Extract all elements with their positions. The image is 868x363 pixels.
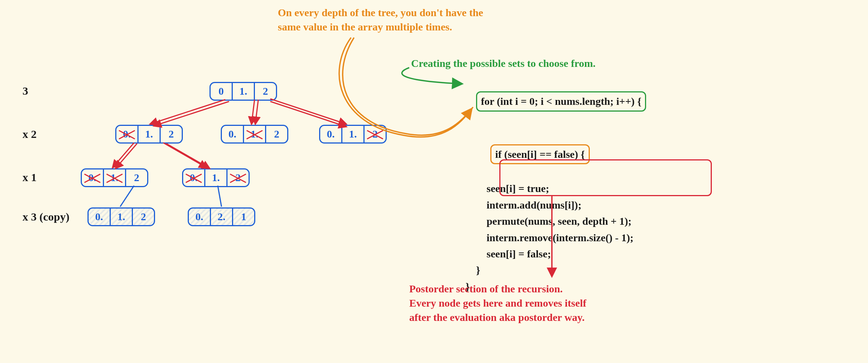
code-line-close-inner: } <box>466 262 646 278</box>
tree-r2-1: 0. 1. 2 <box>182 168 250 187</box>
cell: 0 <box>211 83 232 100</box>
cell: 0. <box>183 169 204 186</box>
cell: 0. <box>222 126 243 142</box>
annotation-orange-depth: On every depth of the tree, you don't ha… <box>278 6 616 34</box>
tree-r2-0: 0. 1. 2 <box>81 168 148 187</box>
row-label-x3-copy: x 3 (copy) <box>23 210 69 223</box>
cell: 2 <box>226 169 249 186</box>
code-line-seen-false: seen[i] = false; <box>466 246 646 262</box>
code-for-outline: for (int i = 0; i < nums.length; i++) { <box>476 91 646 111</box>
code-line-permute: permute(nums, seen, depth + 1); <box>466 213 646 229</box>
cell: 0. <box>82 169 103 186</box>
cell: 1. <box>243 126 265 142</box>
cell: 0. <box>89 209 110 225</box>
cell: 1 <box>232 209 254 225</box>
cell: 2 <box>125 169 147 186</box>
tree-r1-1: 0. 1. 2 <box>221 125 288 144</box>
row-label-x2: x 2 <box>23 128 37 141</box>
cell: 1. <box>110 209 132 225</box>
annotation-red-postorder: Postorder section of the recursion.Every… <box>409 282 717 324</box>
code-line-interm-add: interm.add(nums[i]); <box>466 197 646 213</box>
row-label-x1: x 1 <box>23 171 37 184</box>
cell: 1. <box>103 169 125 186</box>
cell: 1. <box>341 126 363 142</box>
tree-copy-1: 0. 2. 1 <box>188 207 255 226</box>
code-line-interm-rem: interm.remove(interm.size() - 1); <box>466 230 646 246</box>
annotation-green-sets: Creating the possible sets to choose fro… <box>411 56 595 71</box>
cell: 0. <box>116 126 137 142</box>
cell: 0. <box>320 126 341 142</box>
cell: 2. <box>210 209 232 225</box>
row-label-3: 3 <box>23 85 28 97</box>
tree-r1-2: 0. 1. 2 <box>319 125 387 144</box>
tree-root: 0 1. 2 <box>209 82 277 101</box>
cell: 0. <box>189 209 210 225</box>
cell: 2 <box>160 126 182 142</box>
cell: 2 <box>254 83 276 100</box>
tree-r1-0: 0. 1. 2 <box>115 125 183 144</box>
arrow-orange <box>339 38 472 137</box>
postorder-outline <box>499 159 712 196</box>
code-line-for: for (int i = 0; i < nums.length; i++) { <box>466 75 646 128</box>
cell: 2 <box>265 126 287 142</box>
cell: 2 <box>363 126 386 142</box>
cell: 1. <box>204 169 226 186</box>
cell: 2 <box>132 209 154 225</box>
tree-copy-0: 0. 1. 2 <box>87 207 155 226</box>
cell: 1. <box>232 83 254 100</box>
cell: 1. <box>137 126 160 142</box>
